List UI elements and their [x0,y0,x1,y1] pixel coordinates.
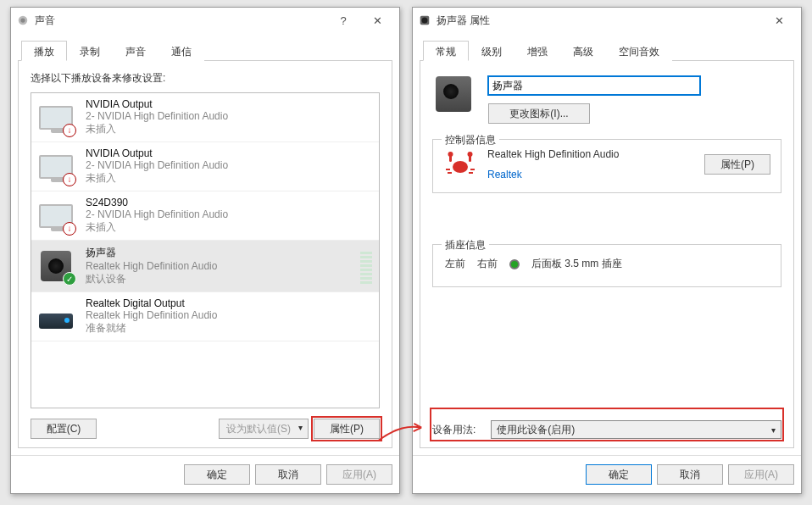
device-sub: Realtek High Definition Audio [86,309,372,321]
tab-panel: 更改图标(I)... 控制器信息 Realtek High Definition… [420,61,794,448]
device-item[interactable]: ↓ NVIDIA Output 2- NVIDIA High Definitio… [31,93,379,142]
titlebar[interactable]: 扬声器 属性 ✕ [413,8,801,33]
device-usage-row: 设备用法: 使用此设备(启用) ▾ [432,410,781,439]
close-button[interactable]: ✕ [360,9,394,31]
device-item[interactable]: ↓ S24D390 2- NVIDIA High Definition Audi… [31,191,379,241]
properties-button[interactable]: 属性(P) [314,419,380,439]
controller-properties-button[interactable]: 属性(P) [704,154,770,175]
instruction-text: 选择以下播放设备来修改设置: [31,71,380,86]
svg-point-4 [453,161,468,173]
monitor-icon: ↓ [38,150,74,184]
tab-levels[interactable]: 级别 [469,41,514,61]
close-button[interactable]: ✕ [762,9,796,31]
jack-left-label: 左前 [445,257,465,271]
apply-button[interactable]: 应用(A) [728,464,794,485]
device-name: S24D390 [86,197,372,208]
jack-description: 后面板 3.5 mm 插座 [531,257,622,271]
device-sub: 2- NVIDIA High Definition Audio [86,159,372,171]
device-status: 默认设备 [86,272,355,286]
controller-info-group: 控制器信息 Realtek High Definition Audio Real… [432,139,781,193]
device-name: NVIDIA Output [86,98,372,110]
dialog-footer: 确定 取消 应用(A) [413,455,801,493]
device-status: 准备就绪 [86,321,372,336]
panel-buttons: 配置(C) 设为默认值(S) 属性(P) [31,419,380,439]
cancel-button[interactable]: 取消 [255,464,321,485]
device-name-input[interactable] [488,76,700,95]
ok-button[interactable]: 确定 [586,464,652,485]
svg-rect-9 [446,169,450,170]
device-header: 更改图标(I)... [432,71,781,132]
apply-button[interactable]: 应用(A) [326,464,392,485]
chevron-down-icon: ▾ [771,425,776,435]
monitor-icon: ↓ [38,199,74,233]
titlebar[interactable]: 声音 ? ✕ [11,8,399,33]
device-list[interactable]: ↓ NVIDIA Output 2- NVIDIA High Definitio… [31,92,380,408]
device-sub: 2- NVIDIA High Definition Audio [86,110,372,122]
window-body: 常规 级别 增强 高级 空间音效 更改图标(I)... 控制器信息 [413,33,801,455]
svg-rect-10 [470,169,475,170]
tab-communications[interactable]: 通信 [159,41,204,61]
usage-label: 设备用法: [432,423,476,437]
change-icon-button[interactable]: 更改图标(I)... [488,103,590,124]
jack-right-label: 右前 [477,257,498,271]
window-title: 声音 [35,14,55,28]
speaker-small-icon [418,14,431,27]
svg-rect-11 [448,172,452,174]
ok-button[interactable]: 确定 [184,464,250,485]
device-name: Realtek Digital Output [86,297,372,309]
tab-advanced[interactable]: 高级 [560,41,606,61]
controller-legend: 控制器信息 [442,133,499,147]
speaker-large-icon [436,76,471,112]
controller-name: Realtek High Definition Audio [487,148,694,160]
device-sub: 2- NVIDIA High Definition Audio [86,208,372,220]
configure-button[interactable]: 配置(C) [31,419,97,439]
tab-playback[interactable]: 播放 [21,41,67,61]
speaker-icon: ✓ [38,249,74,283]
jack-info-group: 插座信息 左前 右前 后面板 3.5 mm 插座 [432,244,781,287]
dialog-footer: 确定 取消 应用(A) [11,455,399,493]
svg-point-7 [448,152,453,157]
device-name: NVIDIA Output [86,147,372,159]
sound-window: 声音 ? ✕ 播放 录制 声音 通信 选择以下播放设备来修改设置: ↓ NVID… [10,7,400,494]
tab-spatial[interactable]: 空间音效 [606,41,672,61]
usage-value: 使用此设备(启用) [497,423,575,437]
device-status: 未插入 [86,122,372,136]
tab-recording[interactable]: 录制 [67,41,113,61]
tab-general[interactable]: 常规 [423,41,469,61]
jack-dot-icon [509,259,520,269]
device-sub: Realtek High Definition Audio [86,260,355,272]
level-meter [360,248,372,284]
device-item-selected[interactable]: ✓ 扬声器 Realtek High Definition Audio 默认设备 [31,241,379,292]
window-body: 播放 录制 声音 通信 选择以下播放设备来修改设置: ↓ NVIDIA Outp… [11,33,399,455]
device-status: 未插入 [86,220,372,235]
tabs: 常规 级别 增强 高级 空间音效 [420,40,794,61]
help-button[interactable]: ? [326,9,360,31]
jack-legend: 插座信息 [442,238,489,252]
svg-rect-12 [469,172,473,174]
svg-point-3 [422,18,428,24]
sound-icon [16,14,30,27]
device-usage-select[interactable]: 使用此设备(启用) ▾ [491,420,781,439]
device-item[interactable]: ↓ NVIDIA Output 2- NVIDIA High Definitio… [31,142,379,191]
tab-panel: 选择以下播放设备来修改设置: ↓ NVIDIA Output 2- NVIDIA… [18,61,392,448]
tab-sounds[interactable]: 声音 [113,41,159,61]
svg-point-8 [468,152,473,157]
speaker-properties-window: 扬声器 属性 ✕ 常规 级别 增强 高级 空间音效 更改图标(I)... 控制器… [412,7,802,494]
realtek-crab-icon [443,149,477,180]
monitor-icon: ↓ [38,101,74,135]
set-default-button[interactable]: 设为默认值(S) [219,419,309,439]
device-status: 未插入 [86,171,372,186]
tab-enhancements[interactable]: 增强 [514,41,560,61]
amp-icon [38,300,74,334]
window-title: 扬声器 属性 [437,14,490,28]
svg-point-1 [20,18,25,22]
tabs: 播放 录制 声音 通信 [18,40,392,61]
cancel-button[interactable]: 取消 [657,464,723,485]
device-item[interactable]: Realtek Digital Output Realtek High Defi… [31,292,379,341]
controller-vendor: Realtek [487,169,694,180]
device-name: 扬声器 [86,246,355,260]
